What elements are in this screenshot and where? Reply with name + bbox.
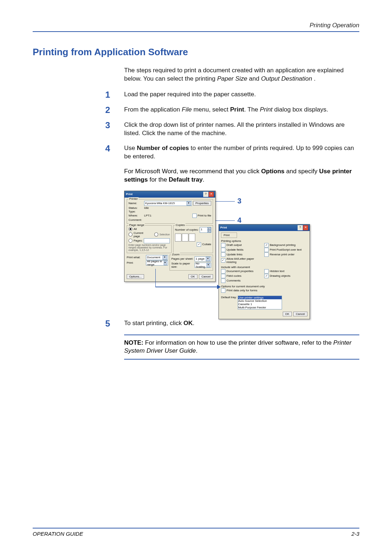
hidden-checkbox[interactable]	[264, 269, 269, 274]
page-header-section: Printing Operation	[33, 22, 359, 31]
print-options-body: Print Printing options Draft output Upda…	[219, 231, 310, 319]
background-checkbox[interactable]: ✓	[264, 243, 269, 247]
footer-left: OPERATION GUIDE	[33, 531, 83, 537]
print-tab[interactable]: Print	[221, 232, 237, 238]
chevron-down-icon: ▾	[207, 263, 210, 267]
update-links-checkbox[interactable]	[221, 252, 225, 257]
properties-button[interactable]: Properties	[193, 201, 211, 206]
ps-over-text-checkbox[interactable]	[264, 248, 269, 252]
default-tray-label: Default tray:	[221, 296, 237, 299]
step-number: 5	[33, 319, 124, 328]
step-number: 2	[33, 106, 124, 114]
step-1: 1 Load the paper required into the paper…	[33, 90, 359, 99]
step-text: Click the drop down list of printer name…	[124, 121, 359, 138]
comments-checkbox[interactable]	[221, 279, 225, 283]
note-block: NOTE: For information on how to use the …	[124, 335, 359, 360]
update-fields-checkbox[interactable]	[221, 248, 225, 252]
scale-dropdown[interactable]: No Scaling▾	[195, 263, 211, 268]
collate-checkbox[interactable]: ✓	[197, 242, 201, 247]
cancel-button[interactable]: Cancel	[293, 312, 307, 316]
close-icon[interactable]: ×	[303, 225, 308, 230]
page-range-group: Page range All Current page Selection Pa…	[127, 225, 172, 253]
callout-3: 3	[237, 197, 241, 205]
print-what-dropdown[interactable]: Document▾	[146, 255, 168, 260]
header-rule	[33, 31, 359, 32]
chevron-down-icon: ▾	[163, 255, 167, 260]
svg-marker-0	[217, 285, 221, 289]
step-text: Load the paper required into the paper c…	[124, 90, 359, 99]
step-number: 4	[33, 144, 124, 153]
step-number: 3	[33, 121, 124, 130]
allow-a4-checkbox[interactable]: ✓	[221, 258, 225, 263]
note-label: NOTE:	[124, 339, 143, 346]
drawing-checkbox[interactable]: ✓	[264, 274, 269, 278]
print-dialog: Print ? × Printer Name: Kyocera Mita KM-…	[124, 191, 216, 282]
doc-props-checkbox[interactable]	[221, 269, 225, 274]
print-options-titlebar: Print ? ×	[219, 224, 310, 231]
options-button[interactable]: Options...	[127, 274, 144, 279]
step-2: 2 From the application File menu, select…	[33, 106, 359, 114]
page-footer: OPERATION GUIDE 2-3	[33, 528, 359, 537]
footer-page-number: 2-3	[351, 531, 359, 537]
step-4-extra: For Microsoft Word, we recommend that yo…	[124, 167, 359, 184]
collate-page-icons	[175, 234, 211, 242]
all-radio[interactable]	[128, 227, 132, 231]
tray-item-selected[interactable]: Use printer settings	[238, 296, 282, 299]
pages-per-sheet-dropdown[interactable]: 1 page▾	[195, 256, 211, 262]
printing-options-heading: Printing options	[221, 239, 307, 243]
step-text: To start printing, click OK.	[124, 319, 359, 328]
zoom-group: Zoom Pages per sheet: 1 page▾ Scale to p…	[170, 255, 213, 271]
link-arrow	[155, 269, 221, 291]
pages-radio[interactable]	[128, 239, 132, 243]
ok-button[interactable]: OK	[283, 312, 292, 316]
tray-item[interactable]: Cassette 1	[238, 303, 282, 306]
tray-item[interactable]: Auto Source Selection	[238, 299, 282, 303]
step-text: From the application File menu, select P…	[124, 106, 359, 114]
tray-item[interactable]: Multi-Purpose Feeder	[238, 306, 282, 309]
step-4: 4 Use Number of copies to enter the numb…	[33, 144, 359, 161]
field-codes-checkbox[interactable]	[221, 274, 225, 278]
current-page-radio[interactable]	[128, 232, 132, 236]
callout-4: 4	[237, 216, 241, 224]
main-heading: Printing from Application Software	[33, 46, 359, 58]
pages-input[interactable]	[144, 238, 170, 243]
step-number: 1	[33, 90, 124, 99]
selection-radio[interactable]	[154, 232, 158, 236]
options-current-heading: Options for current document only	[221, 285, 307, 288]
help-icon[interactable]: ?	[203, 192, 208, 197]
titlebar-icons: ? ×	[298, 225, 308, 230]
draft-checkbox[interactable]	[221, 243, 225, 247]
name-label: Name:	[128, 202, 143, 205]
titlebar-icons: ? ×	[203, 192, 214, 197]
include-heading: Include with document	[221, 266, 307, 269]
chevron-down-icon: ▾	[206, 257, 210, 261]
step-5: 5 To start printing, click OK.	[33, 319, 359, 328]
printer-group: Printer Name: Kyocera Mita KM-1815 ▾ Pro…	[127, 199, 213, 224]
chevron-down-icon: ▾	[164, 261, 167, 265]
footer-rule	[33, 528, 359, 528]
print-data-forms-checkbox[interactable]	[221, 288, 225, 293]
chevron-up-icon[interactable]: ▴	[207, 227, 211, 230]
print-dialog-title: Print	[126, 193, 132, 196]
section-title: Printing Operation	[310, 22, 359, 29]
chevron-down-icon[interactable]: ▾	[207, 230, 211, 232]
default-tray-dropdown[interactable]: Use printer settings Auto Source Selecti…	[238, 296, 282, 309]
print-dialog-titlebar: Print ? ×	[124, 191, 215, 198]
print-pages-dropdown[interactable]: All pages in range▾	[146, 260, 168, 266]
copies-spinner[interactable]: 1 ▴▾	[200, 227, 211, 233]
intro-paragraph: The steps required to print a document c…	[124, 66, 359, 83]
help-icon[interactable]: ?	[298, 225, 303, 230]
print-options-title: Print	[220, 226, 227, 229]
copies-group: Copies Number of copies: 1 ▴▾	[173, 225, 213, 253]
document-page: Printing Operation Printing from Applica…	[0, 0, 392, 555]
printer-name-dropdown[interactable]: Kyocera Mita KM-1815 ▾	[144, 201, 192, 206]
print-to-file-checkbox[interactable]	[192, 214, 197, 218]
close-icon[interactable]: ×	[209, 192, 214, 197]
chevron-down-icon: ▾	[187, 201, 191, 206]
figure-area: 3 4 Print ? × Printer Name: Kyocera Mi	[124, 191, 346, 311]
print-options-dialog: Print ? × Print Printing options Draft o…	[219, 224, 310, 319]
pages-hint: Enter page numbers and/or page ranges se…	[128, 244, 170, 251]
step-text: Use Number of copies to enter the number…	[124, 144, 359, 161]
reverse-checkbox[interactable]	[264, 252, 269, 257]
step-3: 3 Click the drop down list of printer na…	[33, 121, 359, 138]
